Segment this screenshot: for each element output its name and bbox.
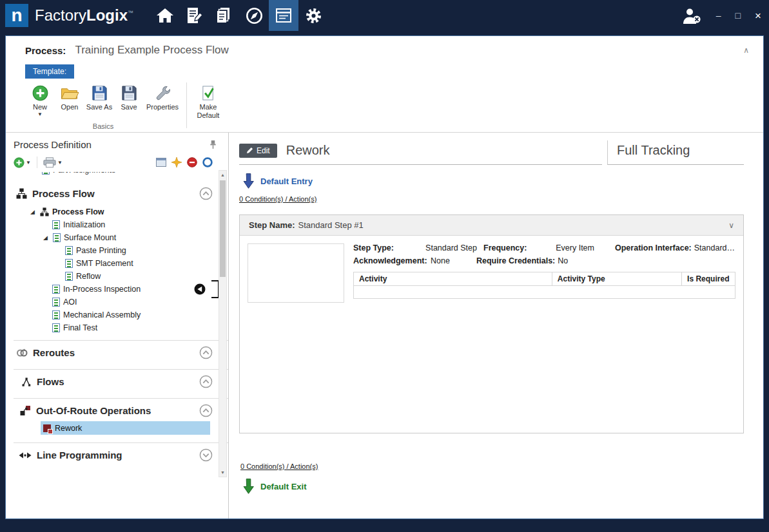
properties-label: Properties (146, 103, 179, 111)
scrollbar-thumb[interactable] (220, 180, 226, 277)
collapse-up-icon[interactable] (199, 375, 213, 388)
ribbon-tabs: Template: (6, 64, 763, 79)
tree-item-smt-placement[interactable]: SMT Placement (14, 257, 228, 270)
info-icon[interactable] (202, 157, 213, 167)
home-icon[interactable] (150, 0, 180, 31)
step-image-placeholder[interactable] (248, 243, 344, 303)
expander-icon[interactable]: ◢ (30, 209, 37, 215)
empty-table-row (354, 286, 735, 299)
close-button[interactable]: × (755, 10, 761, 21)
app-logo: n (5, 4, 28, 27)
field-label: Step Type: (353, 243, 413, 252)
tree-item-label: Surface Mount (64, 233, 116, 242)
panel-view-icon[interactable] (156, 158, 166, 167)
open-button[interactable]: Open (55, 79, 84, 121)
documents-stack-icon[interactable] (209, 0, 239, 31)
scroll-down-icon[interactable]: ▼ (219, 468, 226, 477)
ribbon-collapse-icon[interactable]: ∧ (743, 46, 749, 55)
remove-icon[interactable] (187, 157, 197, 167)
flowchart-icon (16, 188, 27, 199)
collapse-up-icon[interactable] (199, 404, 213, 417)
step-card: Step Name: Standard Step #1 ∨ Step Type:… (239, 214, 744, 433)
section-label: Reroutes (33, 347, 75, 358)
process-flow-tree: ◢ Process Flow Initialization ◢ Surface … (14, 205, 228, 334)
detail-title: Rework (286, 143, 330, 158)
ribbon-separator (186, 82, 187, 128)
section-label: Line Programming (37, 450, 122, 461)
tab-template[interactable]: Template: (25, 64, 74, 79)
default-exit-label: Default Exit (260, 482, 307, 491)
field-value: Standard Fa... (694, 243, 735, 252)
section-process-flow[interactable]: Process Flow (14, 182, 228, 204)
print-button[interactable]: ▼ (43, 157, 63, 168)
brand-factory: Factory (35, 6, 86, 24)
process-title: Training Example Process Flow (75, 44, 228, 57)
expander-icon[interactable]: ◢ (43, 235, 50, 241)
tree-item-label: In-Process Inspection (63, 285, 141, 294)
default-exit[interactable]: Default Exit (240, 478, 744, 495)
exit-conditions-link[interactable]: 0 Condition(s) / Action(s) (240, 462, 318, 470)
tree-item-in-process-inspection[interactable]: In-Process Inspection (14, 283, 228, 296)
save-icon (114, 82, 144, 101)
collapse-up-icon[interactable] (199, 187, 213, 200)
tree-item-final-test[interactable]: Final Test (14, 321, 228, 334)
panel-toolbar: ▼ ▼ (14, 155, 228, 170)
save-as-button[interactable]: Save As (84, 79, 114, 121)
tree-item-aoi[interactable]: AOI (14, 296, 228, 309)
wand-sparkle-icon[interactable] (171, 157, 182, 167)
step-card-header[interactable]: Step Name: Standard Step #1 ∨ (240, 215, 743, 236)
user-status-icon[interactable] (681, 8, 702, 24)
tree-item-label: Initialization (63, 220, 105, 229)
tree-item-reflow[interactable]: Reflow (14, 270, 228, 283)
tree-item-label: Paste Printing (76, 246, 126, 255)
new-button[interactable]: New ▼ (25, 79, 55, 121)
titlebar-right: – □ × (681, 8, 761, 24)
section-reroutes[interactable]: Reroutes (14, 340, 228, 363)
settings-gear-icon[interactable] (298, 0, 328, 31)
section-flows[interactable]: Flows (14, 369, 228, 392)
properties-button[interactable]: Properties (144, 79, 181, 121)
step-name-label: Step Name: (249, 220, 295, 230)
clipped-tree-item[interactable]: Part Assignments (14, 172, 228, 178)
trademark: ™ (128, 10, 133, 16)
line-programming-icon (19, 451, 32, 460)
entry-conditions-link[interactable]: 0 Condition(s) / Action(s) (239, 195, 316, 203)
tree-item-process-flow[interactable]: ◢ Process Flow (14, 205, 228, 218)
tree-item-label: Reflow (76, 272, 101, 281)
exit-block: 0 Condition(s) / Action(s) Default Exit (239, 457, 744, 495)
section-out-of-route[interactable]: Out-Of-Route Operations (14, 398, 228, 421)
main-nav (150, 0, 328, 31)
tree-item-surface-mount[interactable]: ◢ Surface Mount (14, 231, 228, 244)
add-item-button[interactable]: ▼ (14, 157, 31, 168)
minimize-button[interactable]: – (716, 11, 721, 20)
chevron-down-icon[interactable]: ∨ (728, 221, 734, 230)
tracking-label: Full Tracking (617, 143, 690, 158)
make-default-button[interactable]: Make Default (192, 79, 224, 132)
collapse-down-icon[interactable] (199, 448, 213, 462)
step-card-body: Step Type: Standard Step Frequency: Ever… (240, 236, 743, 433)
panel-scrollbar[interactable]: ▲ ▼ (219, 170, 227, 477)
field-label: Require Credentials: (476, 256, 555, 265)
tree-item-paste-printing[interactable]: Paste Printing (14, 244, 228, 257)
pin-icon[interactable] (209, 140, 217, 149)
section-line-programming[interactable]: Line Programming (14, 442, 228, 466)
process-window-icon[interactable] (269, 0, 298, 31)
tree-item-label: Process Flow (52, 207, 104, 216)
insert-marker-icon[interactable] (194, 283, 206, 295)
maximize-button[interactable]: □ (735, 11, 741, 20)
tree-item-initialization[interactable]: Initialization (14, 218, 228, 231)
scroll-up-icon[interactable]: ▲ (219, 171, 226, 179)
tree-item-mechanical-assembly[interactable]: Mechanical Assembly (14, 309, 228, 321)
collapse-up-icon[interactable] (199, 346, 213, 359)
default-entry-label: Default Entry (260, 176, 313, 186)
new-label: New (33, 103, 47, 111)
compass-icon[interactable] (239, 0, 269, 31)
section-label: Flows (37, 376, 64, 387)
tree-item-rework-selected[interactable]: Rework (41, 421, 210, 435)
save-button[interactable]: Save (114, 79, 144, 121)
form-icon (42, 172, 50, 175)
flowchart-icon (40, 207, 49, 216)
edit-button[interactable]: Edit (239, 144, 277, 158)
forms-icon[interactable] (180, 0, 209, 31)
default-entry[interactable]: Default Entry (239, 173, 744, 189)
